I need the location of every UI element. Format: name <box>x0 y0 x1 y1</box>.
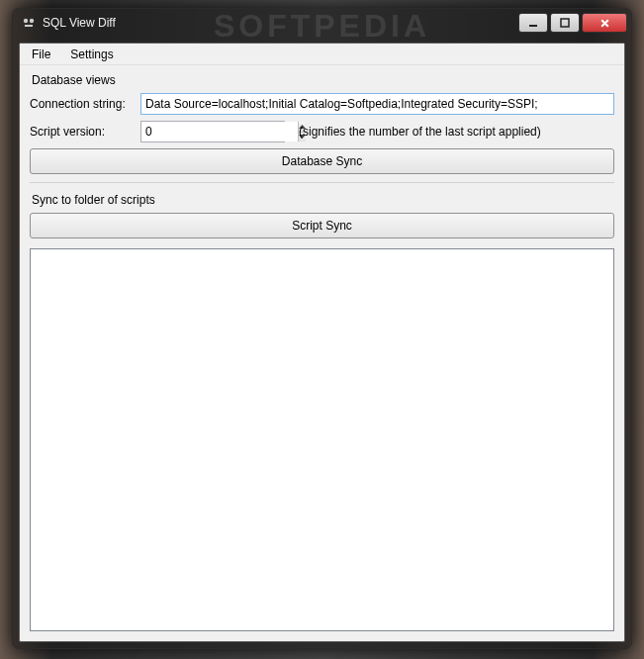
menu-settings[interactable]: Settings <box>60 44 123 64</box>
menu-file[interactable]: File <box>22 44 60 64</box>
minimize-button[interactable] <box>518 13 548 33</box>
script-sync-group-label: Sync to folder of scripts <box>30 191 614 207</box>
maximize-button[interactable] <box>550 13 580 33</box>
connection-string-input[interactable] <box>140 93 614 115</box>
script-version-hint: (signifies the number of the last script… <box>299 125 541 139</box>
results-listbox[interactable] <box>30 248 614 631</box>
window-title: SQL View Diff <box>43 16 116 30</box>
svg-point-1 <box>30 19 34 23</box>
title-bar[interactable]: SQL View Diff <box>13 9 631 37</box>
section-divider <box>30 182 614 183</box>
svg-rect-2 <box>25 25 33 27</box>
script-sync-button[interactable]: Script Sync <box>30 213 614 238</box>
script-version-input[interactable] <box>141 122 298 141</box>
menu-bar: File Settings <box>20 44 624 65</box>
close-button[interactable] <box>582 13 627 33</box>
database-sync-button[interactable]: Database Sync <box>30 148 614 174</box>
svg-point-0 <box>24 19 28 23</box>
application-window: SQL View Diff File Settings Database vie… <box>12 8 632 649</box>
script-version-label: Script version: <box>30 125 137 139</box>
svg-rect-4 <box>561 19 569 27</box>
app-icon <box>21 15 37 31</box>
script-version-spinner[interactable] <box>140 121 285 142</box>
connection-string-label: Connection string: <box>30 97 137 111</box>
database-views-label: Database views <box>30 71 614 87</box>
svg-rect-3 <box>529 25 537 27</box>
client-area: File Settings Database views Connection … <box>19 43 625 642</box>
